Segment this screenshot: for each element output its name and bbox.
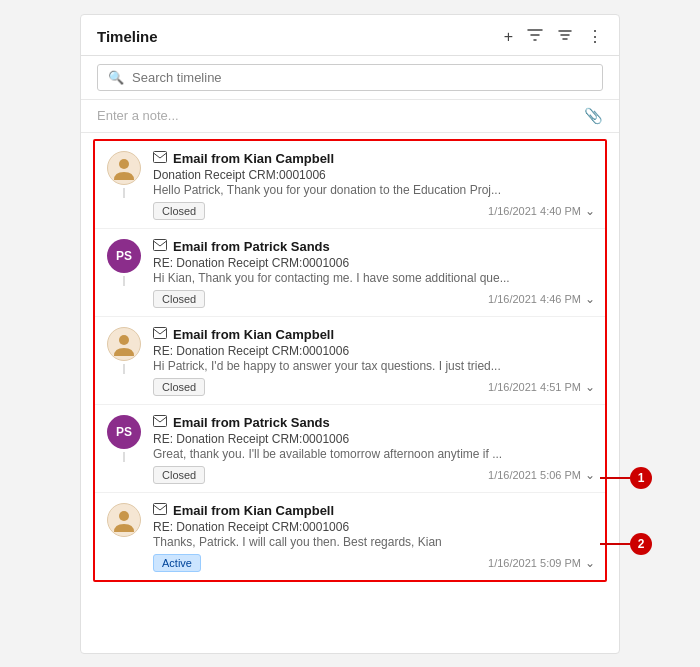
- svg-rect-2: [154, 239, 167, 250]
- chevron-down-icon[interactable]: ⌄: [585, 380, 595, 394]
- avatar-area: PS: [105, 239, 143, 286]
- item-preview: Great, thank you. I'll be available tomo…: [153, 447, 513, 461]
- item-title-row: Email from Patrick Sands: [153, 239, 595, 254]
- annotation-circle: 2: [630, 533, 652, 555]
- annotation-circle: 1: [630, 467, 652, 489]
- chevron-down-icon[interactable]: ⌄: [585, 468, 595, 482]
- search-bar: 🔍: [81, 56, 619, 100]
- search-wrapper: 🔍: [97, 64, 603, 91]
- item-date-row: 1/16/2021 5:06 PM ⌄: [488, 468, 595, 482]
- svg-rect-5: [154, 415, 167, 426]
- more-icon[interactable]: ⋮: [587, 27, 603, 46]
- item-subject: RE: Donation Receipt CRM:0001006: [153, 344, 595, 358]
- item-title: Email from Patrick Sands: [173, 415, 330, 430]
- item-date: 1/16/2021 4:46 PM: [488, 293, 581, 305]
- item-title: Email from Kian Campbell: [173, 503, 334, 518]
- status-badge: Closed: [153, 290, 205, 308]
- avatar: PS: [107, 239, 141, 273]
- avatar-area: [105, 503, 143, 537]
- item-title-row: Email from Kian Campbell: [153, 503, 595, 518]
- svg-point-3: [119, 335, 129, 345]
- header-icons: + ⋮: [504, 27, 603, 47]
- svg-point-0: [119, 159, 129, 169]
- item-subject: RE: Donation Receipt CRM:0001006: [153, 256, 595, 270]
- timeline-item: PS Email from Patrick Sands RE: Donation…: [95, 405, 605, 493]
- status-badge: Closed: [153, 466, 205, 484]
- item-title: Email from Patrick Sands: [173, 239, 330, 254]
- timeline-connector: [123, 452, 125, 462]
- avatar: [107, 327, 141, 361]
- timeline-connector: [123, 364, 125, 374]
- avatar: PS: [107, 415, 141, 449]
- item-date: 1/16/2021 4:51 PM: [488, 381, 581, 393]
- annotation-arrow: [600, 477, 630, 479]
- avatar: [107, 151, 141, 185]
- timeline-item: PS Email from Patrick Sands RE: Donation…: [95, 229, 605, 317]
- add-icon[interactable]: +: [504, 28, 513, 46]
- chevron-down-icon[interactable]: ⌄: [585, 204, 595, 218]
- avatar-area: PS: [105, 415, 143, 462]
- note-placeholder[interactable]: Enter a note...: [97, 108, 179, 123]
- timeline-item: Email from Kian Campbell Donation Receip…: [95, 141, 605, 229]
- avatar-area: [105, 327, 143, 374]
- item-footer: Closed 1/16/2021 5:06 PM ⌄: [153, 466, 595, 484]
- item-date-row: 1/16/2021 4:46 PM ⌄: [488, 292, 595, 306]
- item-footer: Closed 1/16/2021 4:40 PM ⌄: [153, 202, 595, 220]
- avatar: [107, 503, 141, 537]
- timeline-item: Email from Kian Campbell RE: Donation Re…: [95, 317, 605, 405]
- avatar-area: [105, 151, 143, 198]
- svg-rect-4: [154, 327, 167, 338]
- timeline-item: Email from Kian Campbell RE: Donation Re…: [95, 493, 605, 580]
- item-content: Email from Patrick Sands RE: Donation Re…: [153, 415, 595, 484]
- status-badge: Closed: [153, 202, 205, 220]
- item-date-row: 1/16/2021 4:51 PM ⌄: [488, 380, 595, 394]
- svg-point-6: [119, 511, 129, 521]
- item-title: Email from Kian Campbell: [173, 151, 334, 166]
- email-icon: [153, 239, 167, 254]
- timeline-connector: [123, 188, 125, 198]
- email-icon: [153, 327, 167, 342]
- item-date-row: 1/16/2021 5:09 PM ⌄: [488, 556, 595, 570]
- search-input[interactable]: [132, 70, 592, 85]
- item-title-row: Email from Kian Campbell: [153, 327, 595, 342]
- email-icon: [153, 415, 167, 430]
- item-title: Email from Kian Campbell: [173, 327, 334, 342]
- item-preview: Hello Patrick, Thank you for your donati…: [153, 183, 513, 197]
- sort-icon[interactable]: [557, 27, 573, 47]
- chevron-down-icon[interactable]: ⌄: [585, 292, 595, 306]
- item-subject: RE: Donation Receipt CRM:0001006: [153, 520, 595, 534]
- item-title-row: Email from Kian Campbell: [153, 151, 595, 166]
- svg-rect-7: [154, 503, 167, 514]
- item-date: 1/16/2021 4:40 PM: [488, 205, 581, 217]
- item-footer: Closed 1/16/2021 4:46 PM ⌄: [153, 290, 595, 308]
- item-date-row: 1/16/2021 4:40 PM ⌄: [488, 204, 595, 218]
- note-row: Enter a note... 📎: [81, 100, 619, 133]
- panel-title: Timeline: [97, 28, 158, 45]
- timeline-outer-box: Email from Kian Campbell Donation Receip…: [93, 139, 607, 582]
- filter-icon[interactable]: [527, 27, 543, 47]
- annotation-arrow: [600, 543, 630, 545]
- item-content: Email from Patrick Sands RE: Donation Re…: [153, 239, 595, 308]
- item-title-row: Email from Patrick Sands: [153, 415, 595, 430]
- item-preview: Hi Patrick, I'd be happy to answer your …: [153, 359, 513, 373]
- chevron-down-icon[interactable]: ⌄: [585, 556, 595, 570]
- item-footer: Closed 1/16/2021 4:51 PM ⌄: [153, 378, 595, 396]
- search-icon: 🔍: [108, 70, 124, 85]
- item-content: Email from Kian Campbell RE: Donation Re…: [153, 327, 595, 396]
- email-icon: [153, 151, 167, 166]
- timeline-connector: [123, 276, 125, 286]
- status-badge: Active: [153, 554, 201, 572]
- item-subject: Donation Receipt CRM:0001006: [153, 168, 595, 182]
- status-badge: Closed: [153, 378, 205, 396]
- paperclip-icon: 📎: [584, 107, 603, 125]
- timeline-panel: Timeline + ⋮ 🔍 Enter a note... 📎: [80, 14, 620, 654]
- item-footer: Active 1/16/2021 5:09 PM ⌄: [153, 554, 595, 572]
- email-icon: [153, 503, 167, 518]
- item-date: 1/16/2021 5:09 PM: [488, 557, 581, 569]
- item-content: Email from Kian Campbell Donation Receip…: [153, 151, 595, 220]
- timeline-list: Email from Kian Campbell Donation Receip…: [81, 133, 619, 653]
- item-preview: Hi Kian, Thank you for contacting me. I …: [153, 271, 513, 285]
- panel-header: Timeline + ⋮: [81, 15, 619, 56]
- item-preview: Thanks, Patrick. I will call you then. B…: [153, 535, 513, 549]
- item-content: Email from Kian Campbell RE: Donation Re…: [153, 503, 595, 572]
